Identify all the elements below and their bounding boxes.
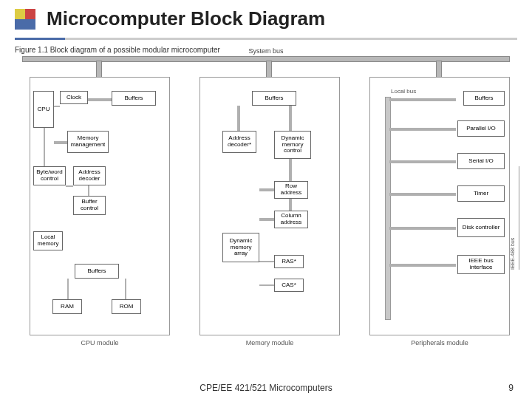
ieee-side-label: IEEE-488 bus <box>510 166 519 270</box>
block-sio: Serial I/O <box>457 153 505 169</box>
block-row-addr: Row address <box>274 181 308 199</box>
bus-drop <box>266 61 272 78</box>
slide-title: Microcomputer Block Diagram <box>47 7 325 30</box>
title-underline <box>15 38 517 40</box>
block-dyn-array: Dynamic memory array <box>222 233 259 262</box>
module-label: Peripherals module <box>370 339 509 347</box>
slide-logo <box>15 9 35 30</box>
block-diagram: Figure 1.1 Block diagram of a possible m… <box>15 46 517 356</box>
block-buffers: Buffers <box>463 91 505 106</box>
module-label: CPU module <box>30 339 169 347</box>
module-cpu: CPU Clock Buffers Memory management Byte… <box>30 77 170 335</box>
bus-drop <box>96 61 102 78</box>
block-clock: Clock <box>60 91 88 104</box>
page-number: 9 <box>508 383 514 393</box>
footer-text: CPE/EE 421/521 Microcomputers <box>0 383 532 393</box>
block-buffers-bot: Buffers <box>75 264 119 279</box>
local-bus-label: Local bus <box>391 88 416 95</box>
block-buffers: Buffers <box>112 91 156 106</box>
block-addr-dec: Address decoder <box>73 166 106 185</box>
block-ieee: IEEE bus interface <box>457 255 505 274</box>
block-rom: ROM <box>112 299 141 314</box>
block-pio: Parallel I/O <box>457 120 505 137</box>
block-buffers: Buffers <box>252 91 296 106</box>
block-disk: Disk controller <box>457 218 505 237</box>
block-byteword: Byte/word control <box>33 166 66 185</box>
block-ras: RAS* <box>274 255 304 268</box>
block-buf-ctrl: Buffer control <box>73 196 106 215</box>
block-col-addr: Column address <box>274 211 308 228</box>
block-dyn-ctrl: Dynamic memory control <box>274 131 311 159</box>
block-ram: RAM <box>52 299 82 314</box>
block-cpu: CPU <box>33 91 54 128</box>
block-mem-mgmt: Memory management <box>67 131 109 153</box>
system-bus-label: System bus <box>248 47 283 55</box>
module-label: Memory module <box>200 339 339 347</box>
block-cas: CAS* <box>274 279 304 292</box>
module-peripherals: Local bus Buffers Parallel I/O Serial I/… <box>369 77 510 335</box>
block-timer: Timer <box>457 185 505 202</box>
block-local-mem: Local memory <box>33 231 63 250</box>
block-addr-dec: Address decoder* <box>222 131 256 153</box>
bus-drop <box>436 61 442 78</box>
module-memory: Buffers Address decoder* Dynamic memory … <box>200 77 340 335</box>
